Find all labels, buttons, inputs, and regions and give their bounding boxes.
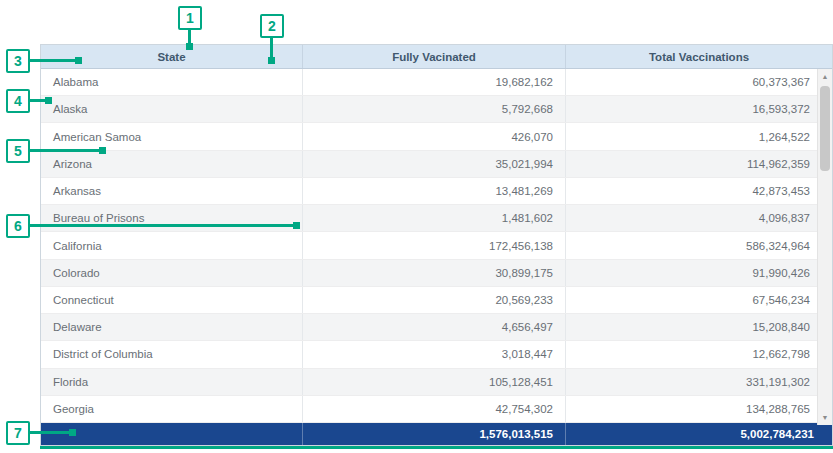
- annotation-endpoint-3: [75, 57, 82, 64]
- state-vaccination-table: State Fully Vacinated Total Vaccinations…: [40, 44, 833, 446]
- fully-vaccinated-cell: 30,899,175: [303, 260, 566, 286]
- table-row[interactable]: Bureau of Prisons 1,481,602 4,096,837: [41, 205, 832, 232]
- state-cell: Colorado: [41, 260, 303, 286]
- total-vaccinations-cell: 114,962,359: [566, 151, 832, 177]
- annotation-marker-2: 2: [260, 14, 284, 38]
- annotation-marker-1: 1: [178, 6, 202, 30]
- fully-vaccinated-cell: 42,754,302: [303, 396, 566, 422]
- total-vaccinations-cell: 42,873,453: [566, 178, 832, 204]
- annotation-connector-7: [30, 431, 72, 434]
- column-header-fully-vaccinated[interactable]: Fully Vacinated: [303, 45, 566, 68]
- table-row[interactable]: Alaska 5,792,668 16,593,372: [41, 96, 832, 123]
- annotation-endpoint-2: [268, 57, 275, 64]
- fully-vaccinated-cell: 105,128,451: [303, 369, 566, 395]
- fully-vaccinated-cell: 172,456,138: [303, 232, 566, 258]
- table-row[interactable]: District of Columbia 3,018,447 12,662,79…: [41, 341, 832, 368]
- annotation-marker-7: 7: [6, 421, 30, 445]
- total-vaccinations-cell: 4,096,837: [566, 205, 832, 231]
- total-vaccinations-cell: 1,264,522: [566, 123, 832, 149]
- state-cell: Bureau of Prisons: [41, 205, 303, 231]
- scrollbar-thumb[interactable]: [820, 86, 830, 171]
- state-cell: Florida: [41, 369, 303, 395]
- annotation-connector-3: [30, 59, 78, 62]
- table-row[interactable]: Connecticut 20,569,233 67,546,234: [41, 287, 832, 314]
- total-row-highlight-line: [40, 446, 833, 449]
- total-vaccinations-cell: 67,546,234: [566, 287, 832, 313]
- fully-vaccinated-cell: 3,018,447: [303, 341, 566, 367]
- state-cell: District of Columbia: [41, 341, 303, 367]
- annotation-marker-6: 6: [6, 214, 30, 238]
- total-vaccinations-cell: 60,373,367: [566, 69, 832, 95]
- table-row[interactable]: Arizona 35,021,994 114,962,359: [41, 151, 832, 178]
- annotation-connector-5: [30, 149, 102, 152]
- table-body: Alabama 19,682,162 60,373,367 Alaska 5,7…: [41, 69, 832, 423]
- total-row-total-vaccinations-cell: 5,002,784,231: [566, 423, 832, 445]
- state-cell: American Samoa: [41, 123, 303, 149]
- table-header-row: State Fully Vacinated Total Vaccinations: [41, 45, 832, 69]
- state-cell: Alaska: [41, 96, 303, 122]
- table-row[interactable]: Georgia 42,754,302 134,288,765: [41, 396, 832, 423]
- total-vaccinations-cell: 12,662,798: [566, 341, 832, 367]
- annotation-endpoint-5: [99, 147, 106, 154]
- annotation-endpoint-7: [69, 429, 76, 436]
- table-row[interactable]: Delaware 4,656,497 15,208,840: [41, 314, 832, 341]
- scroll-down-button[interactable]: ▼: [818, 410, 832, 425]
- total-row-fully-vaccinated-cell: 1,576,013,515: [303, 423, 566, 445]
- scroll-up-button[interactable]: ▲: [818, 69, 832, 84]
- table-row[interactable]: Alabama 19,682,162 60,373,367: [41, 69, 832, 96]
- table-row[interactable]: California 172,456,138 586,324,964: [41, 232, 832, 259]
- total-vaccinations-cell: 586,324,964: [566, 232, 832, 258]
- annotation-endpoint-4: [45, 97, 52, 104]
- annotation-connector-2: [270, 38, 273, 58]
- table-row[interactable]: American Samoa 426,070 1,264,522: [41, 123, 832, 150]
- total-vaccinations-cell: 134,288,765: [566, 396, 832, 422]
- column-header-total-vaccinations[interactable]: Total Vaccinations: [566, 45, 832, 68]
- annotation-endpoint-1: [186, 43, 193, 50]
- fully-vaccinated-cell: 1,481,602: [303, 205, 566, 231]
- fully-vaccinated-cell: 4,656,497: [303, 314, 566, 340]
- state-cell: Georgia: [41, 396, 303, 422]
- scroll-down-icon: ▼: [822, 414, 829, 421]
- annotation-marker-4: 4: [6, 89, 30, 113]
- table-row[interactable]: Florida 105,128,451 331,191,302: [41, 369, 832, 396]
- fully-vaccinated-cell: 426,070: [303, 123, 566, 149]
- total-vaccinations-cell: 331,191,302: [566, 369, 832, 395]
- fully-vaccinated-cell: 35,021,994: [303, 151, 566, 177]
- fully-vaccinated-cell: 5,792,668: [303, 96, 566, 122]
- state-cell: Arizona: [41, 151, 303, 177]
- state-cell: Alabama: [41, 69, 303, 95]
- annotation-endpoint-6: [293, 222, 300, 229]
- total-row-state-cell: [41, 423, 303, 445]
- table-row[interactable]: Arkansas 13,481,269 42,873,453: [41, 178, 832, 205]
- fully-vaccinated-cell: 20,569,233: [303, 287, 566, 313]
- screenshot-root: State Fully Vacinated Total Vaccinations…: [0, 0, 833, 453]
- vertical-scrollbar[interactable]: ▲ ▼: [817, 69, 832, 425]
- table-total-row: 1,576,013,515 5,002,784,231: [41, 423, 832, 445]
- state-cell: Connecticut: [41, 287, 303, 313]
- state-cell: Delaware: [41, 314, 303, 340]
- total-vaccinations-cell: 15,208,840: [566, 314, 832, 340]
- fully-vaccinated-cell: 13,481,269: [303, 178, 566, 204]
- state-cell: California: [41, 232, 303, 258]
- annotation-marker-3: 3: [6, 49, 30, 73]
- total-vaccinations-cell: 16,593,372: [566, 96, 832, 122]
- annotation-connector-6: [30, 224, 296, 227]
- scroll-up-icon: ▲: [822, 73, 829, 80]
- fully-vaccinated-cell: 19,682,162: [303, 69, 566, 95]
- annotation-marker-5: 5: [6, 139, 30, 163]
- total-vaccinations-cell: 91,990,426: [566, 260, 832, 286]
- table-row[interactable]: Colorado 30,899,175 91,990,426: [41, 260, 832, 287]
- state-cell: Arkansas: [41, 178, 303, 204]
